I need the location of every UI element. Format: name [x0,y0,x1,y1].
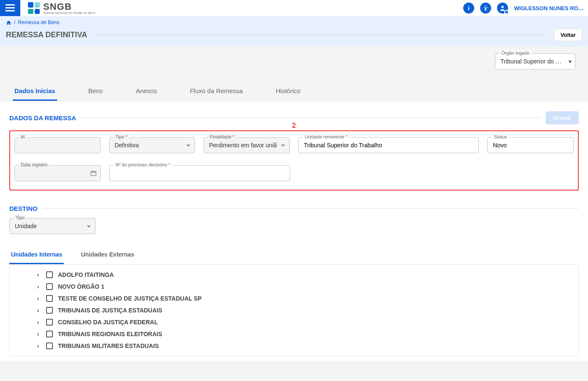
checkbox[interactable] [46,295,53,302]
destino-tipo-select[interactable]: Tipo Unidade [9,218,96,234]
destino-subtabs: Unidades Internas Unidades Externas [9,246,579,265]
unidade-remetente-field[interactable]: Unidade remetente * [298,137,479,153]
logo-subtitle: Sistema Nacional de Gestão de Bens [43,11,95,14]
orgao-logado-value: Tribunal Superior do Tra… [500,58,562,65]
tree-item-label: ADOLFO ITAITINGA [58,271,114,278]
voltar-button[interactable]: Voltar [554,29,582,41]
page-header: / Remessa de Bens REMESSA DEFINITIVA Vol… [0,16,588,47]
num-processo-field[interactable]: Nº do processo decisório * [109,165,290,181]
subtab-unidades-externas[interactable]: Unidades Externas [79,246,136,264]
finalidade-value: Perdimento em favor uniã [209,142,277,149]
chevron-down-icon: ▾ [569,58,572,65]
tabs: Dados Inicias Bens Anexos Fluxo da Remes… [0,69,588,101]
tree-item-label: TRIBUNAIS MILITARES ESTADUAIS [58,342,159,349]
tree-item[interactable]: ›TRIBUNAIS REGIONAIS ELEITORAIS [10,328,578,340]
svg-rect-2 [5,10,15,11]
tree-item[interactable]: ›TRIBUNAIS MILITARES ESTADUAIS [10,340,578,352]
tree-item-label: TRIBUNAIS DE JUSTIÇA ESTADUAIS [58,307,162,314]
svg-rect-7 [91,171,96,176]
checkbox[interactable] [46,307,53,314]
tab-bens[interactable]: Bens [87,82,104,101]
unidade-input[interactable] [304,142,466,149]
num-processo-input[interactable] [115,170,277,177]
tab-historico[interactable]: Histórico [274,82,302,101]
section-dados-remessa: DADOS DA REMESSA Gravar 2 Id Tipo * Defi… [0,101,588,195]
breadcrumb-sep: / [14,19,15,25]
calendar-icon[interactable] [90,170,97,177]
destino-title: DESTINO [9,205,38,212]
tipo-label: Tipo * [114,134,129,139]
checkbox[interactable] [46,331,53,337]
breadcrumb-remessa[interactable]: Remessa de Bens [18,19,59,25]
svg-rect-0 [5,4,15,6]
section-destino: DESTINO Tipo Unidade Unidades Internas U… [0,195,588,361]
unidades-tree: ›ADOLFO ITAITINGA ›NOVO ÓRGÃO 1 ›TESTE D… [9,265,579,356]
page-title: REMESSA DEFINITIVA [6,30,87,39]
tree-item-label: NOVO ÓRGÃO 1 [58,283,104,290]
logo-title: SNGB [43,2,95,11]
svg-rect-1 [5,7,15,8]
gravar-button[interactable]: Gravar [546,111,579,124]
chevron-right-icon[interactable]: › [35,283,41,290]
divider [81,118,541,118]
accessibility-icon[interactable] [480,3,491,14]
tipo-value: Definitiva [115,142,139,149]
breadcrumb: / Remessa de Bens [6,19,582,25]
annotation-badge: 2 [292,122,296,130]
finalidade-label: Finalidade * [208,134,236,139]
chevron-right-icon[interactable]: › [35,342,41,349]
svg-point-5 [485,6,486,7]
tree-item[interactable]: ›CONSELHO DA JUSTIÇA FEDERAL [10,316,578,328]
topbar: SNGB Sistema Nacional de Gestão de Bens … [0,0,588,16]
home-icon [6,20,11,25]
id-label: Id [19,134,26,139]
divider [43,208,579,209]
info-icon[interactable] [463,3,474,14]
status-label: Status [492,134,508,139]
dados-remessa-title: DADOS DA REMESSA [9,114,76,121]
svg-rect-4 [468,8,469,10]
hamburger-button[interactable] [0,0,20,16]
chevron-right-icon[interactable]: › [35,307,41,314]
checkbox[interactable] [46,283,53,290]
chevron-right-icon[interactable]: › [35,295,41,302]
tree-item[interactable]: ›TRIBUNAIS DE JUSTIÇA ESTADUAIS [10,304,578,316]
user-avatar-icon[interactable]: ✓ [497,3,508,14]
tree-item-label: CONSELHO DA JUSTIÇA FEDERAL [58,319,158,326]
id-field[interactable]: Id [14,137,101,153]
chevron-right-icon[interactable]: › [35,319,41,326]
username-label[interactable]: WIGLESSON NUNES RO… [514,5,584,11]
tree-item[interactable]: ›ADOLFO ITAITINGA [10,269,578,281]
destino-tipo-value: Unidade [15,223,37,229]
id-input[interactable] [20,142,88,149]
subtab-unidades-internas[interactable]: Unidades Internas [9,246,64,264]
tree-item-label: TRIBUNAIS REGIONAIS ELEITORAIS [58,331,162,337]
status-input[interactable] [493,142,561,149]
orgao-logado-select[interactable]: Órgão logado Tribunal Superior do Tra… ▾ [495,53,575,69]
app-logo: SNGB Sistema Nacional de Gestão de Bens [28,2,95,14]
tab-anexos[interactable]: Anexos [134,82,159,101]
finalidade-select[interactable]: Finalidade * Perdimento em favor uniã [203,137,290,153]
tree-item[interactable]: ›TESTE DE CONSELHO DE JUSTIÇA ESTADUAL S… [10,293,578,304]
svg-point-3 [468,6,469,7]
tree-item-label: TESTE DE CONSELHO DE JUSTIÇA ESTADUAL SP [58,295,202,302]
data-registro-field[interactable]: Data registro [14,165,101,181]
breadcrumb-home[interactable] [6,20,11,25]
data-registro-input[interactable] [20,170,88,177]
status-field[interactable]: Status [487,137,574,153]
chevron-right-icon[interactable]: › [35,271,41,278]
checkbox[interactable] [46,342,53,349]
tab-fluxo[interactable]: Fluxo da Remessa [188,82,245,101]
unidade-label: Unidade remetente * [303,134,349,139]
highlight-box-2: 2 Id Tipo * Definitiva Finalidade * Perd… [9,130,579,190]
data-registro-label: Data registro [19,162,49,167]
checkbox[interactable] [46,271,53,278]
chevron-down-icon [185,142,191,148]
tree-item[interactable]: ›NOVO ÓRGÃO 1 [10,281,578,293]
svg-point-6 [502,6,504,8]
tipo-select[interactable]: Tipo * Definitiva [109,137,195,153]
chevron-right-icon[interactable]: › [35,331,41,337]
checkbox[interactable] [46,319,53,326]
divider [95,35,547,35]
tab-dados-iniciais[interactable]: Dados Inicias [13,82,57,101]
